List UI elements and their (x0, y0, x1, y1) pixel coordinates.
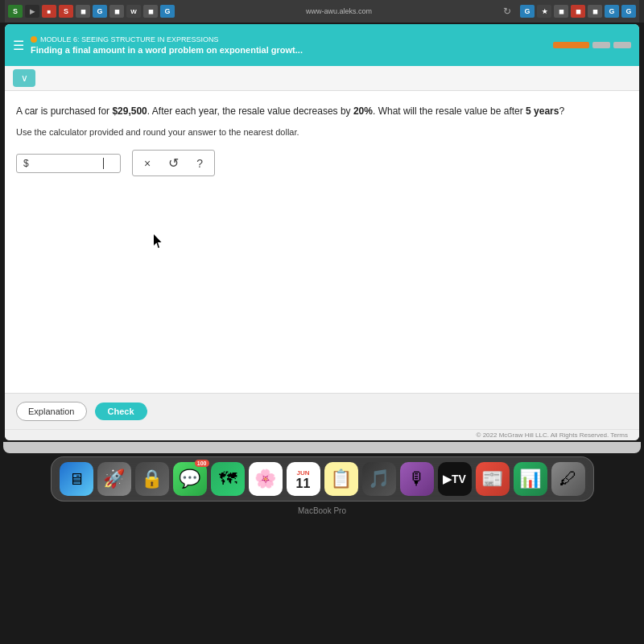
dock-icon-launchpad[interactable]: 🚀 (97, 462, 131, 496)
address-url: www-awu.aleks.com (306, 7, 372, 15)
aleks-navbar: ☰ MODULE 6: SEEING STRUCTURE IN EXPRESSI… (5, 24, 639, 66)
dock-icon-privacy[interactable]: 🔒 (135, 462, 169, 496)
tab-extra-2[interactable]: ◼ (571, 5, 585, 18)
chevron-down-icon: ∨ (21, 72, 28, 84)
answer-row: $ × ↺ ? (16, 150, 628, 176)
macos-dock-area: 🖥 🚀 🔒 💬 100 🗺 🌸 JUN 11 📋 🎵 🎙 ▶TV 📰 📊 🖊 M… (0, 453, 644, 548)
laptop-frame-bottom (3, 442, 641, 453)
question-text: A car is purchased for $29,500. After ea… (16, 104, 628, 119)
multiply-icon: × (144, 157, 151, 170)
tab-w-dark[interactable]: W (126, 5, 141, 18)
dock-icon-calendar[interactable]: JUN 11 (287, 462, 320, 496)
tab-g-blue-2[interactable]: G (160, 5, 175, 18)
tab-extra-1[interactable]: ◼ (554, 5, 568, 18)
dock: 🖥 🚀 🔒 💬 100 🗺 🌸 JUN 11 📋 🎵 🎙 ▶TV 📰 📊 🖊 (51, 456, 594, 502)
tab-dark-2[interactable]: ◼ (76, 5, 90, 18)
copyright-text: © 2022 McGraw Hill LLC. All Rights Reser… (477, 431, 628, 439)
dollar-sign: $ (23, 158, 29, 169)
macbook-label: MacBook Pro (298, 506, 346, 515)
dock-icon-maps[interactable]: 🗺 (211, 462, 245, 496)
tab-g-blue[interactable]: G (93, 5, 107, 18)
nav-content: MODULE 6: SEEING STRUCTURE IN EXPRESSION… (31, 35, 631, 55)
help-icon: ? (196, 157, 203, 170)
check-button[interactable]: Check (95, 402, 147, 420)
progress-seg-2 (592, 42, 610, 48)
tab-g-3[interactable]: ★ (537, 5, 551, 18)
tab-s-red[interactable]: S (59, 5, 73, 18)
dock-icon-appletv[interactable]: ▶TV (438, 462, 472, 496)
messages-badge: 100 (195, 460, 209, 467)
hamburger-menu[interactable]: ☰ (13, 38, 24, 53)
dock-icon-other[interactable]: 🖊 (551, 462, 585, 496)
instruction-text: Use the calculator provided and round yo… (16, 127, 628, 137)
browser-top-bar: S ▶ ■ S ◼ G ◼ W ◼ G www-awu.aleks.com ↻ … (0, 0, 644, 23)
bottom-action-bar: Explanation Check (5, 393, 639, 429)
module-label: MODULE 6: SEEING STRUCTURE IN EXPRESSION… (31, 35, 631, 43)
tab-dark-1[interactable]: ▶ (25, 5, 39, 18)
dock-icon-photos[interactable]: 🌸 (249, 462, 283, 496)
browser-tab-icons: S ▶ ■ S ◼ G ◼ W ◼ G www-awu.aleks.com ↻ … (5, 0, 639, 23)
laptop-screen: ☰ MODULE 6: SEEING STRUCTURE IN EXPRESSI… (5, 24, 639, 440)
tab-s-green[interactable]: S (8, 5, 23, 18)
dock-icon-messages[interactable]: 💬 100 (173, 462, 207, 496)
dock-icon-finder[interactable]: 🖥 (60, 462, 93, 496)
tab-dark-4[interactable]: ◼ (143, 5, 158, 18)
tab-g-2[interactable]: G (520, 5, 535, 18)
help-button[interactable]: ? (193, 155, 206, 171)
answer-input[interactable] (31, 158, 103, 169)
dock-icon-news[interactable]: 📰 (476, 462, 510, 496)
tab-extra-3[interactable]: ◼ (588, 5, 602, 18)
dock-icon-podcasts[interactable]: 🎙 (400, 462, 434, 496)
tab-g-5[interactable]: G (621, 5, 636, 18)
chevron-row: ∨ (5, 66, 639, 91)
answer-input-wrapper[interactable]: $ (16, 154, 121, 173)
mouse-cursor-icon (154, 234, 163, 249)
dock-icon-numbers[interactable]: 📊 (514, 462, 547, 496)
refresh-icon[interactable]: ↻ (503, 6, 511, 17)
progress-indicators (553, 42, 631, 48)
tab-red-1[interactable]: ■ (42, 5, 56, 18)
question-area: A car is purchased for $29,500. After ea… (5, 91, 639, 429)
copyright-bar: © 2022 McGraw Hill LLC. All Rights Reser… (5, 429, 639, 440)
tab-g-4[interactable]: G (605, 5, 619, 18)
tab-dark-3[interactable]: ◼ (109, 5, 124, 18)
calculator-controls: × ↺ ? (132, 150, 215, 176)
progress-seg-1 (553, 42, 589, 48)
chevron-down-button[interactable]: ∨ (13, 69, 35, 87)
undo-button[interactable]: ↺ (165, 154, 182, 172)
multiply-button[interactable]: × (141, 155, 154, 171)
progress-seg-3 (613, 42, 631, 48)
dock-icon-music[interactable]: 🎵 (362, 462, 396, 496)
undo-icon: ↺ (168, 155, 179, 171)
page-title: Finding a final amount in a word problem… (31, 45, 631, 55)
text-cursor (103, 158, 104, 169)
dock-icon-notes[interactable]: 📋 (324, 462, 358, 496)
explanation-button[interactable]: Explanation (16, 402, 87, 421)
orange-dot-icon (31, 36, 37, 43)
